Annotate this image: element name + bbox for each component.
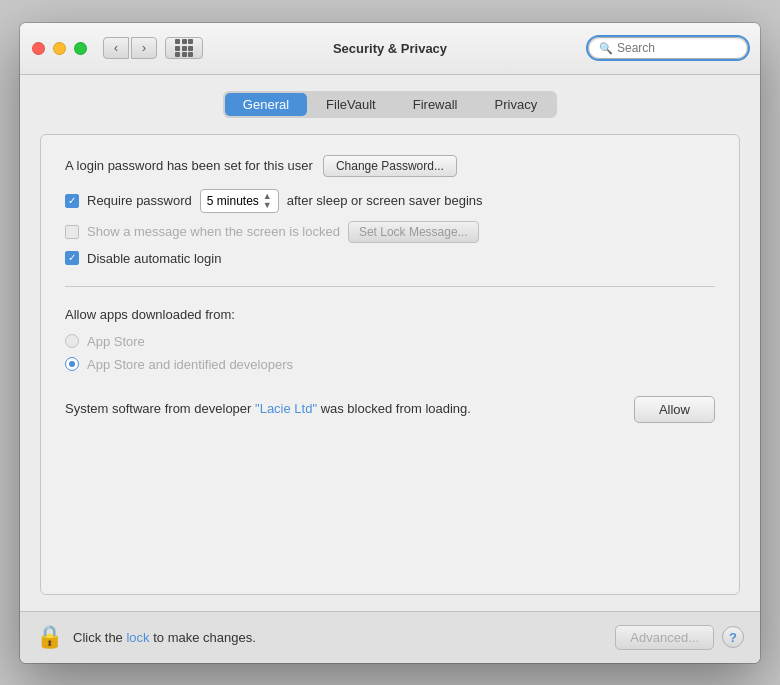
help-button[interactable]: ? [722,626,744,648]
bottom-bar: 🔒 Click the lock to make changes. Advanc… [20,611,760,663]
content-area: General FileVault Firewall Privacy A log… [20,75,760,611]
dropdown-arrows-icon: ▲ ▼ [263,192,272,210]
blocked-section: System software from developer "Lacie Lt… [65,396,715,423]
app-store-radio[interactable] [65,334,79,348]
require-password-checkbox[interactable]: ✓ [65,194,79,208]
allow-button[interactable]: Allow [634,396,715,423]
forward-button[interactable]: › [131,37,157,59]
lock-link[interactable]: lock [126,630,149,645]
tab-bar: General FileVault Firewall Privacy [40,91,740,118]
checkmark-icon-2: ✓ [68,253,76,263]
traffic-lights [32,42,87,55]
tab-privacy[interactable]: Privacy [477,93,556,116]
lock-label: Click the lock to make changes. [73,630,256,645]
close-button[interactable] [32,42,45,55]
show-message-label: Show a message when the screen is locked [87,224,340,239]
grid-view-button[interactable] [165,37,203,59]
app-store-radio-label: App Store [87,334,145,349]
nav-buttons: ‹ › [103,37,157,59]
tab-general[interactable]: General [225,93,307,116]
tab-firewall[interactable]: Firewall [395,93,476,116]
app-store-identified-radio-row: App Store and identified developers [65,357,715,372]
developer-name: "Lacie Ltd" [255,401,317,416]
search-input[interactable] [617,41,737,55]
require-password-row: ✓ Require password 5 minutes ▲ ▼ after s… [65,189,715,213]
password-time-dropdown[interactable]: 5 minutes ▲ ▼ [200,189,279,213]
advanced-button[interactable]: Advanced... [615,625,714,650]
change-password-button[interactable]: Change Password... [323,155,457,177]
back-button[interactable]: ‹ [103,37,129,59]
search-icon: 🔍 [599,42,613,55]
window-title: Security & Privacy [333,41,447,56]
disable-autologin-label: Disable automatic login [87,251,221,266]
dropdown-value: 5 minutes [207,194,259,208]
require-password-label: Require password [87,193,192,208]
maximize-button[interactable] [74,42,87,55]
system-preferences-window: ‹ › Security & Privacy 🔍 General FileVau… [20,23,760,663]
disable-autologin-checkbox[interactable]: ✓ [65,251,79,265]
app-store-identified-radio-label: App Store and identified developers [87,357,293,372]
bottom-right-actions: Advanced... ? [615,625,744,650]
app-store-identified-radio[interactable] [65,357,79,371]
after-sleep-label: after sleep or screen saver begins [287,193,483,208]
checkmark-icon: ✓ [68,196,76,206]
titlebar: ‹ › Security & Privacy 🔍 [20,23,760,75]
tab-filevault[interactable]: FileVault [308,93,394,116]
lock-icon: 🔒 [36,624,63,650]
show-message-row: Show a message when the screen is locked… [65,221,715,243]
lock-label-end: to make changes. [153,630,256,645]
download-section-title: Allow apps downloaded from: [65,307,715,322]
login-password-label: A login password has been set for this u… [65,158,313,173]
login-password-row: A login password has been set for this u… [65,155,715,177]
section-divider [65,286,715,287]
app-store-radio-row: App Store [65,334,715,349]
download-section: Allow apps downloaded from: App Store Ap… [65,307,715,380]
blocked-text: System software from developer "Lacie Lt… [65,399,471,419]
main-panel: A login password has been set for this u… [40,134,740,595]
show-message-checkbox[interactable] [65,225,79,239]
lock-label-start: Click the [73,630,123,645]
search-box[interactable]: 🔍 [588,37,748,59]
grid-icon [175,39,193,57]
lock-section: 🔒 Click the lock to make changes. [36,624,256,650]
disable-autologin-row: ✓ Disable automatic login [65,251,715,266]
set-lock-message-button[interactable]: Set Lock Message... [348,221,479,243]
tabs-container: General FileVault Firewall Privacy [223,91,557,118]
minimize-button[interactable] [53,42,66,55]
